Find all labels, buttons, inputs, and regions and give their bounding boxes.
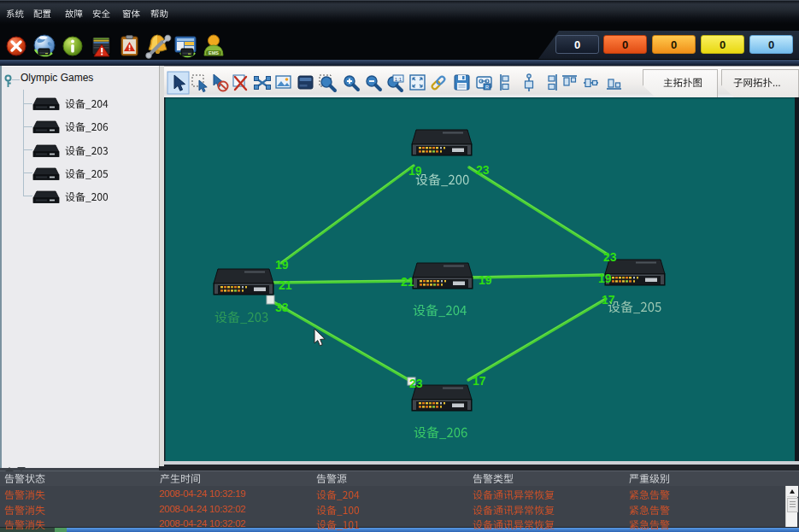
svg-text:23: 23: [476, 163, 490, 177]
svg-text:33: 33: [275, 301, 289, 314]
svg-text:19: 19: [479, 273, 492, 287]
svg-text:EMS: EMS: [209, 50, 219, 56]
svg-text:19: 19: [408, 164, 422, 178]
svg-text:1:1: 1:1: [395, 77, 402, 82]
svg-text:21: 21: [401, 275, 414, 289]
svg-text:23: 23: [409, 377, 423, 390]
svg-text:17: 17: [473, 374, 486, 388]
svg-text:23: 23: [603, 250, 617, 264]
svg-text:19: 19: [275, 258, 289, 272]
svg-text:17: 17: [602, 293, 615, 307]
svg-text:19: 19: [598, 272, 612, 285]
svg-text:R: R: [485, 85, 489, 90]
svg-text:21: 21: [279, 278, 292, 292]
